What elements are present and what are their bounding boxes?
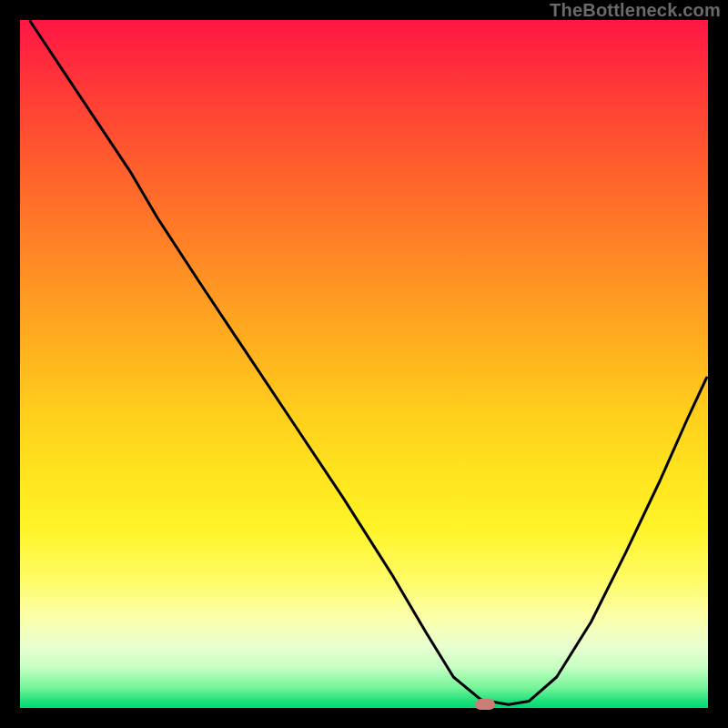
optimal-point-marker — [475, 699, 495, 710]
gradient-plot-area — [20, 20, 708, 708]
bottleneck-curve — [20, 20, 708, 708]
attribution-text: TheBottleneck.com — [550, 0, 721, 21]
